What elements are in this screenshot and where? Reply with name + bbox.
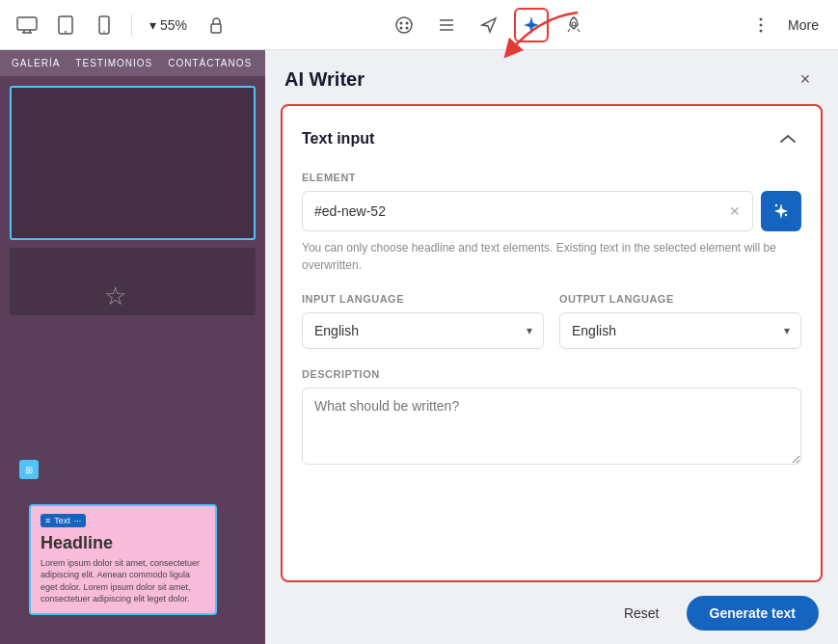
lock-icon[interactable] <box>201 10 231 40</box>
element-input-wrapper[interactable]: #ed-new-52 ✕ <box>302 191 753 231</box>
rocket-icon[interactable] <box>556 8 591 42</box>
anchor-icon: ⊞ <box>19 460 39 479</box>
divider-1 <box>131 13 132 37</box>
toolbar: ▾ 55% <box>0 0 838 50</box>
zoom-dropdown-arrow: ▾ <box>149 17 156 33</box>
form-section-header: Text input <box>302 125 801 152</box>
description-textarea[interactable] <box>302 388 801 465</box>
output-language-select[interactable]: English Spanish French German <box>559 312 801 349</box>
element-row: #ed-new-52 ✕ <box>302 191 801 231</box>
desktop-icon[interactable] <box>12 10 42 40</box>
svg-point-9 <box>396 17 412 33</box>
ai-panel-header: AI Writer × <box>265 50 838 104</box>
input-language-select[interactable]: English Spanish French German <box>302 312 544 349</box>
svg-point-22 <box>785 214 787 216</box>
toolbar-right: More <box>745 10 826 40</box>
more-dots-icon[interactable] <box>745 10 776 40</box>
element-label: ELEMENT <box>302 172 801 183</box>
tablet-icon[interactable] <box>50 10 81 40</box>
close-button[interactable]: × <box>792 66 819 93</box>
mobile-icon[interactable] <box>89 10 120 40</box>
list-icon[interactable] <box>429 8 464 42</box>
element-sparkle-button[interactable] <box>761 191 801 231</box>
svg-point-12 <box>399 26 402 29</box>
main-area: GALERÍA TESTIMONIOS CONTÁCTANOS ☆ ⊞ ≡ Te… <box>0 50 838 644</box>
svg-rect-8 <box>211 24 221 33</box>
palette-icon[interactable] <box>387 8 421 42</box>
svg-point-21 <box>775 204 777 206</box>
text-card-headline: Headline <box>41 533 205 553</box>
output-language-label: OUTPUT LANGUAGE <box>559 293 801 305</box>
collapse-button[interactable] <box>774 125 801 152</box>
text-card-label-text: Text <box>54 516 70 525</box>
toolbar-left: ▾ 55% <box>12 10 231 40</box>
svg-point-11 <box>405 21 408 24</box>
canvas-nav: GALERÍA TESTIMONIOS CONTÁCTANOS <box>0 50 265 76</box>
sparkle-icon[interactable] <box>514 8 549 42</box>
ai-writer-panel: AI Writer × Text input ELEMENT #ed-new-5… <box>265 50 838 644</box>
output-language-group: OUTPUT LANGUAGE English Spanish French G… <box>559 293 801 349</box>
star-icon: ☆ <box>104 282 126 311</box>
generate-button[interactable]: Generate text <box>687 596 819 631</box>
svg-point-5 <box>65 31 67 33</box>
element-clear-button[interactable]: ✕ <box>729 203 741 219</box>
more-button[interactable]: More <box>780 13 826 37</box>
form-card: Text input ELEMENT #ed-new-52 ✕ <box>281 104 823 582</box>
nav-contactanos[interactable]: CONTÁCTANOS <box>168 58 252 68</box>
input-language-select-wrapper: English Spanish French German ▾ <box>302 312 544 349</box>
element-hint: You can only choose headline and text el… <box>302 239 801 274</box>
section-title: Text input <box>302 130 374 148</box>
svg-point-10 <box>399 21 402 24</box>
zoom-level: 55% <box>160 17 187 33</box>
more-label: More <box>788 17 819 33</box>
input-language-group: INPUT LANGUAGE English Spanish French Ge… <box>302 293 544 349</box>
svg-point-17 <box>572 22 576 26</box>
nav-galeria[interactable]: GALERÍA <box>12 58 60 68</box>
svg-point-13 <box>405 26 408 29</box>
svg-point-19 <box>760 23 763 26</box>
text-card[interactable]: ≡ Text ··· Headline Lorem ipsum dolor si… <box>29 504 217 615</box>
toolbar-center <box>231 8 745 42</box>
description-label: DESCRIPTION <box>302 368 801 380</box>
zoom-control[interactable]: ▾ 55% <box>144 13 193 37</box>
text-card-label-badge: ≡ Text ··· <box>41 514 86 527</box>
reset-button[interactable]: Reset <box>612 598 671 629</box>
svg-point-20 <box>760 29 763 32</box>
svg-point-18 <box>760 17 763 20</box>
element-input-value: #ed-new-52 <box>314 203 386 219</box>
share-icon[interactable] <box>472 8 506 42</box>
svg-rect-0 <box>17 17 37 30</box>
svg-point-7 <box>103 31 105 33</box>
canvas-preview: GALERÍA TESTIMONIOS CONTÁCTANOS ☆ ⊞ ≡ Te… <box>0 50 265 644</box>
output-language-select-wrapper: English Spanish French German ▾ <box>559 312 801 349</box>
input-language-label: INPUT LANGUAGE <box>302 293 544 305</box>
ai-panel-title: AI Writer <box>284 68 365 91</box>
text-card-body: Lorem ipsum dolor sit amet, consectetuer… <box>41 557 205 605</box>
ai-panel-footer: Reset Generate text <box>265 582 838 644</box>
language-row: INPUT LANGUAGE English Spanish French Ge… <box>302 293 801 349</box>
nav-testimonios[interactable]: TESTIMONIOS <box>75 58 152 68</box>
